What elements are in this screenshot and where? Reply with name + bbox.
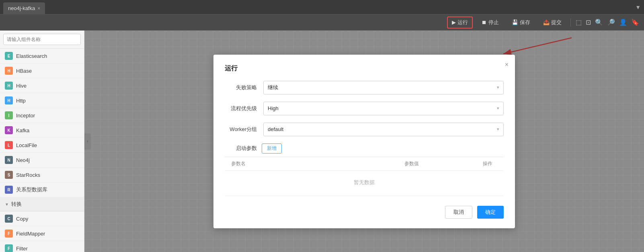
col-value-header: 参数值 xyxy=(351,160,472,167)
failure-strategy-select[interactable]: 继续 ▾ xyxy=(263,81,504,94)
relational-icon: R xyxy=(5,186,13,194)
sidebar-item-filter[interactable]: F Filter xyxy=(0,241,84,252)
failure-strategy-chevron-icon: ▾ xyxy=(497,85,499,90)
localfile-icon: L xyxy=(5,141,13,149)
modal-footer: 取消 确定 xyxy=(225,203,504,219)
worker-group-select[interactable]: default ▾ xyxy=(263,123,504,136)
add-param-button[interactable]: 新增 xyxy=(262,143,282,154)
http-icon: H xyxy=(5,96,13,104)
cancel-button[interactable]: 取消 xyxy=(445,206,472,219)
search-box xyxy=(0,31,84,49)
startup-params-section: 启动参数 新增 参数名 参数值 操作 暂无数据 xyxy=(225,143,504,196)
toolbar-icon-group: ⬚ ⊡ 🔍 🔎 👤 🔖 xyxy=(576,18,639,26)
sidebar-item-inceptor[interactable]: I Inceptor xyxy=(0,108,84,123)
run-label: 运行 xyxy=(457,19,468,26)
bookmark-icon[interactable]: 🔖 xyxy=(631,18,639,26)
user-icon[interactable]: 👤 xyxy=(619,18,627,26)
flow-priority-chevron-icon: ▾ xyxy=(497,106,499,111)
col-name-header: 参数名 xyxy=(225,160,351,167)
params-header: 启动参数 新增 xyxy=(225,143,504,154)
sidebar-label-filter: Filter xyxy=(16,246,28,252)
submit-icon: 📤 xyxy=(543,19,550,25)
kafka-icon: K xyxy=(5,126,13,134)
failure-strategy-value: 继续 xyxy=(268,84,278,91)
canvas-area[interactable]: ‹ 运行 × 失败策略 继续 ▾ xyxy=(84,31,644,252)
stop-button[interactable]: ⏹ 停止 xyxy=(478,17,503,28)
tab-label: neo4j-kafka xyxy=(8,5,35,11)
flow-priority-label: 流程优先级 xyxy=(225,105,257,112)
params-divider xyxy=(225,196,504,196)
starrocks-icon: S xyxy=(5,171,13,179)
sidebar-label-localfile: LocalFile xyxy=(16,142,37,148)
transform-arrow-icon: ▼ xyxy=(5,202,9,207)
hbase-icon: H xyxy=(5,67,13,75)
stop-label: 停止 xyxy=(488,19,499,26)
copy-icon: C xyxy=(5,215,13,223)
toolbar-divider xyxy=(570,18,571,27)
sidebar-label-elasticsearch: Elasticsearch xyxy=(16,53,47,59)
tab-close-icon[interactable]: × xyxy=(37,6,40,11)
sidebar-item-relational[interactable]: R 关系型数据库 xyxy=(0,182,84,197)
sidebar-label-http: Http xyxy=(16,98,26,104)
inceptor-icon: I xyxy=(5,111,13,119)
worker-group-label: Worker分组 xyxy=(225,126,257,133)
sidebar-label-starrocks: StarRocks xyxy=(16,172,40,178)
save-button[interactable]: 💾 保存 xyxy=(508,17,534,28)
startup-params-label: 启动参数 xyxy=(225,145,257,152)
col-action-header: 操作 xyxy=(472,160,504,167)
sidebar-item-starrocks[interactable]: S StarRocks xyxy=(0,168,84,182)
sidebar-item-copy[interactable]: C Copy xyxy=(0,211,84,226)
sidebar-label-copy: Copy xyxy=(16,216,28,222)
tab-right-icon: ▼ xyxy=(635,4,641,10)
neo4j-icon: N xyxy=(5,156,13,164)
sidebar-label-relational: 关系型数据库 xyxy=(16,186,47,193)
flow-priority-value: High xyxy=(268,105,279,111)
fit-icon[interactable]: ⊡ xyxy=(586,18,591,26)
sidebar-item-fieldmapper[interactable]: F FieldMapper xyxy=(0,226,84,241)
params-empty-text: 暂无数据 xyxy=(225,171,504,194)
filter-icon: F xyxy=(5,244,13,252)
transform-section-label: 转换 xyxy=(11,201,22,208)
worker-group-row: Worker分组 default ▾ xyxy=(225,123,504,136)
zoom-in-icon[interactable]: 🔍 xyxy=(595,18,603,26)
tab-area: neo4j-kafka × xyxy=(3,0,45,14)
confirm-button[interactable]: 确定 xyxy=(477,206,504,219)
sidebar-item-elasticsearch[interactable]: E Elasticsearch xyxy=(0,49,84,64)
run-button[interactable]: ▶ 运行 xyxy=(447,16,473,29)
sidebar-label-neo4j: Neo4j xyxy=(16,157,30,163)
worker-group-value: default xyxy=(268,126,283,132)
submit-label: 提交 xyxy=(551,19,562,26)
sidebar-item-kafka[interactable]: K Kafka xyxy=(0,123,84,138)
sidebar-item-neo4j[interactable]: N Neo4j xyxy=(0,153,84,168)
sidebar-item-hbase[interactable]: H HBase xyxy=(0,64,84,78)
params-table: 参数名 参数值 操作 暂无数据 xyxy=(225,157,504,194)
modal-overlay: 运行 × 失败策略 继续 ▾ 流程优先级 High ▾ xyxy=(84,31,644,252)
hive-icon: H xyxy=(5,82,13,90)
sidebar-label-hive: Hive xyxy=(16,83,27,89)
sidebar-label-inceptor: Inceptor xyxy=(16,113,35,119)
params-table-header: 参数名 参数值 操作 xyxy=(225,157,504,171)
modal-close-button[interactable]: × xyxy=(505,61,509,68)
save-label: 保存 xyxy=(520,19,530,26)
sidebar-item-hive[interactable]: H Hive xyxy=(0,78,84,93)
top-bar: neo4j-kafka × ▼ xyxy=(0,0,644,14)
select-icon[interactable]: ⬚ xyxy=(576,18,582,26)
sidebar-item-http[interactable]: H Http xyxy=(0,93,84,108)
run-play-icon: ▶ xyxy=(452,19,456,25)
sidebar-label-hbase: HBase xyxy=(16,68,32,74)
submit-button[interactable]: 📤 提交 xyxy=(539,17,566,28)
fieldmapper-icon: F xyxy=(5,229,13,238)
search-input[interactable] xyxy=(3,34,81,45)
toolbar: ▶ 运行 ⏹ 停止 💾 保存 📤 提交 ⬚ ⊡ 🔍 🔎 👤 🔖 xyxy=(0,14,644,31)
flow-priority-select[interactable]: High ▾ xyxy=(263,102,504,115)
zoom-out-icon[interactable]: 🔎 xyxy=(607,18,615,26)
transform-section-header[interactable]: ▼ 转换 xyxy=(0,197,84,211)
sidebar-item-localfile[interactable]: L LocalFile xyxy=(0,138,84,153)
modal-title: 运行 xyxy=(225,64,504,73)
tab-neo4j-kafka[interactable]: neo4j-kafka × xyxy=(3,2,45,14)
run-modal: 运行 × 失败策略 继续 ▾ 流程优先级 High ▾ xyxy=(213,55,515,228)
failure-strategy-row: 失败策略 继续 ▾ xyxy=(225,81,504,94)
worker-group-chevron-icon: ▾ xyxy=(497,127,499,132)
sidebar: E Elasticsearch H HBase H Hive H Http I … xyxy=(0,31,84,252)
save-icon: 💾 xyxy=(512,19,518,25)
